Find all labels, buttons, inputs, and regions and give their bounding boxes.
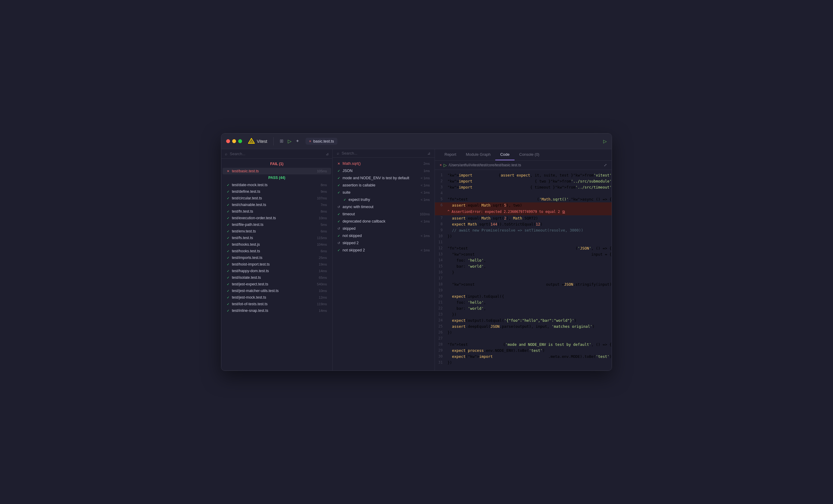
code-line: 9 // await new Promise(resolve => setTim… <box>435 227 612 233</box>
test-case-item[interactable]: ✓expect truthy< 1ms <box>333 196 434 203</box>
tab-module-graph[interactable]: Module Graph <box>461 149 495 160</box>
case-duration: < 1ms <box>421 184 430 187</box>
code-line: 1 "kw">import { assert, expect, it, suit… <box>435 172 612 178</box>
test-item[interactable]: ✓ test/chainable.test.ts 7ms <box>222 201 331 208</box>
file-name: test/fn.test.ts <box>232 209 318 214</box>
test-item[interactable]: ✓ test/env.test.ts 6ms <box>222 228 331 235</box>
line-content: // await new Promise(resolve => setTimeo… <box>448 227 612 233</box>
test-item[interactable]: ✓ test/happy-dom.test.ts 14ms <box>222 268 331 274</box>
left-search-input[interactable] <box>230 151 323 156</box>
tab-basic-test[interactable]: × basic.test.ts <box>306 138 338 145</box>
case-pass-icon: ✓ <box>337 234 340 238</box>
pass-icon: ✓ <box>227 190 230 194</box>
case-duration: 2ms <box>423 162 430 165</box>
case-pass-icon: ✓ <box>337 169 340 173</box>
tab-code[interactable]: Code <box>495 149 514 160</box>
test-case-item[interactable]: ✓mode and NODE_ENV is test by default< 1… <box>333 174 434 182</box>
file-name: test/hooks.test.js <box>232 242 314 246</box>
open-external-icon[interactable]: ⤢ <box>604 163 607 167</box>
pass-icon: ✓ <box>227 276 230 280</box>
minimize-button[interactable] <box>232 139 236 143</box>
file-name: test/chainable.test.ts <box>232 203 318 207</box>
test-case-item[interactable]: ✕Math.sqrt()2ms <box>333 160 434 167</box>
test-item[interactable]: ✓ test/hooks.test.ts 6ms <box>222 248 331 255</box>
duration: 115ms <box>317 236 327 240</box>
test-item[interactable]: ✓ test/date-mock.test.ts 8ms <box>222 182 331 188</box>
test-case-item[interactable]: ✓deprecated done callback< 1ms <box>333 218 434 225</box>
test-case-item[interactable]: ✓not skipped 2< 1ms <box>333 246 434 254</box>
test-item[interactable]: ✓ test/execution-order.test.ts 10ms <box>222 215 331 221</box>
file-name: test/circular.test.ts <box>232 196 314 200</box>
passed-tests-list: ✓ test/date-mock.test.ts 8ms ✓ test/defi… <box>221 182 332 314</box>
code-line: 25 assert.deepEqual(JSON.parse(output), … <box>435 323 612 330</box>
run-tab-button[interactable]: ▷ <box>603 139 607 144</box>
tab-close-icon[interactable]: × <box>309 139 311 143</box>
code-line: 11 <box>435 239 612 245</box>
test-item[interactable]: ✓ test/define.test.ts 9ms <box>222 188 331 195</box>
duration: 104ms <box>317 243 327 246</box>
grid-icon[interactable]: ⊞ <box>280 138 284 144</box>
line-content: expect(output).toEqual('{"foo":"hello","… <box>448 317 612 323</box>
titlebar: Vitest ⊞ ▷ ✦ × basic.test.ts ▷ <box>221 134 612 149</box>
test-case-item[interactable]: ✓not skipped< 1ms <box>333 232 434 239</box>
test-item[interactable]: ✓ test/jest-expect.test.ts 540ms <box>222 281 331 287</box>
code-line: 30 expect("kw">import.meta.env.MODE).toB… <box>435 354 612 360</box>
line-number: 16 <box>435 269 448 275</box>
line-number: 8 <box>435 221 448 227</box>
case-name: not skipped 2 <box>342 248 418 252</box>
test-item[interactable]: ✓ test/lot-of-tests.test.ts 119ms <box>222 301 331 307</box>
pass-icon: ✓ <box>227 309 230 313</box>
case-skip-icon: ↺ <box>337 241 340 245</box>
test-item[interactable]: ✓ test/hoist-import.test.ts 19ms <box>222 261 331 268</box>
test-item[interactable]: ✓ test/isolate.test.ts 65ms <box>222 274 331 281</box>
case-pass-icon: ✓ <box>337 176 340 180</box>
test-item-basic[interactable]: ✕ test/basic.test.ts 105ms <box>222 168 331 174</box>
run-icon[interactable]: ▷ <box>288 138 291 144</box>
vitest-logo-icon <box>248 138 255 145</box>
duration: 19ms <box>319 263 327 266</box>
test-item[interactable]: ✓ test/file-path.test.ts 5ms <box>222 221 331 228</box>
test-case-item[interactable]: ↺async with timeout <box>333 203 434 211</box>
middle-search-input[interactable] <box>342 151 425 155</box>
line-content: expect("kw">import <box>448 354 548 360</box>
failed-duration: 105ms <box>317 169 327 173</box>
error-link[interactable]: ⧉ <box>562 209 565 215</box>
case-name: expect truthy <box>349 197 418 202</box>
test-item[interactable]: ✓ test/hooks.test.js 104ms <box>222 241 331 248</box>
code-line: 4 <box>435 190 612 196</box>
maximize-button[interactable] <box>238 139 242 143</box>
test-item[interactable]: ✓ test/inline-snap.test.ts 14ms <box>222 307 331 314</box>
test-item[interactable]: ✓ test/jest-matcher-utils.test.ts 10ms <box>222 287 331 294</box>
case-pass-icon: ✓ <box>337 212 340 216</box>
line-content: bar: 'world', <box>448 263 612 269</box>
test-item[interactable]: ✓ test/jest-mock.test.ts 12ms <box>222 294 331 301</box>
test-case-item[interactable]: ↺skipped <box>333 225 434 232</box>
test-case-item[interactable]: ↺skipped 2 <box>333 239 434 246</box>
code-line: 20 expect(input).toEqual({ <box>435 293 612 299</box>
line-number: 27 <box>435 336 448 341</box>
sun-icon[interactable]: ✦ <box>295 138 300 144</box>
duration: 6ms <box>320 230 327 233</box>
middle-filter-icon[interactable]: ⊿ <box>427 151 430 155</box>
code-viewer[interactable]: 1 "kw">import { assert, expect, it, suit… <box>435 170 612 370</box>
test-item[interactable]: ✓ test/fs.test.ts 115ms <box>222 235 331 241</box>
tab-report[interactable]: Report <box>439 149 461 160</box>
code-line: 24 expect(output).toEqual('{"foo":"hello… <box>435 317 612 323</box>
test-case-item[interactable]: ✓assertion is callable< 1ms <box>333 182 434 189</box>
test-case-item[interactable]: ✓JSON1ms <box>333 167 434 174</box>
case-duration: < 1ms <box>421 248 430 252</box>
test-item[interactable]: ✓ test/circular.test.ts 107ms <box>222 195 331 201</box>
path-run-icon[interactable]: ▷ <box>444 163 447 168</box>
test-case-item[interactable]: ✓suite< 1ms <box>333 189 434 196</box>
pass-icon: ✓ <box>227 230 230 233</box>
tab-console[interactable]: Console (0) <box>515 149 544 160</box>
test-item[interactable]: ✓ test/imports.test.ts 25ms <box>222 255 331 261</box>
case-name: async with timeout <box>342 205 430 209</box>
case-duration: 1ms <box>423 169 430 173</box>
close-button[interactable] <box>226 139 230 143</box>
code-line: 15 bar: 'world', <box>435 263 612 269</box>
left-filter-icon[interactable]: ⊿ <box>326 152 329 156</box>
test-case-item[interactable]: ✓timeout102ms <box>333 211 434 218</box>
line-number: 17 <box>435 275 448 281</box>
test-item[interactable]: ✓ test/fn.test.ts 8ms <box>222 208 331 215</box>
